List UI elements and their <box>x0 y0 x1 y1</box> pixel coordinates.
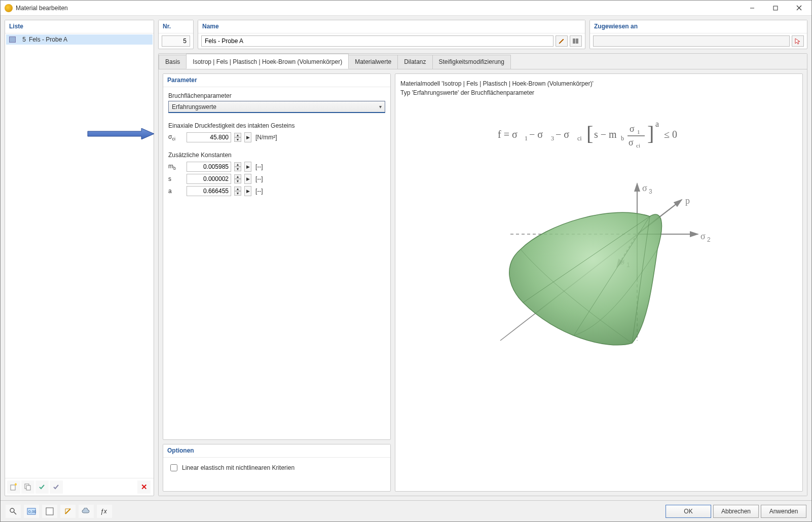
footer-measure-button[interactable] <box>60 505 76 518</box>
footer-color-button[interactable] <box>42 505 57 518</box>
yield-surface-diagram-icon: σ3 σ2 p <box>480 173 718 371</box>
tab-materialwerte[interactable]: Materialwerte <box>348 55 398 69</box>
mb-spinner[interactable]: ▲▼ <box>234 162 241 171</box>
a-row: a ▲▼ ▶ [--] <box>168 186 385 196</box>
color-swatch-icon <box>46 507 54 515</box>
optionen-header: Optionen <box>163 444 390 458</box>
svg-rect-4 <box>11 485 15 490</box>
preview-panel: Materialmodell 'Isotrop | Fels | Plastis… <box>395 73 803 492</box>
nr-input[interactable] <box>162 35 190 47</box>
s-input[interactable] <box>187 174 231 184</box>
zugewiesen-input[interactable] <box>593 35 790 47</box>
list-item[interactable]: 5 Fels - Probe A <box>6 34 153 45</box>
check-item-button[interactable] <box>35 480 49 494</box>
a-goto-button[interactable]: ▶ <box>244 186 251 196</box>
parameter-header: Parameter <box>163 74 390 87</box>
cancel-button[interactable]: Abbrechen <box>713 505 759 518</box>
svg-text:[: [ <box>586 122 593 145</box>
a-input[interactable] <box>187 186 231 196</box>
tab-steifigkeit[interactable]: Steifigkeitsmodifizierung <box>432 55 511 69</box>
svg-rect-45 <box>46 508 53 515</box>
s-goto-button[interactable]: ▶ <box>244 174 251 184</box>
ok-button[interactable]: OK <box>666 505 711 518</box>
fx-icon: ƒx <box>100 508 109 515</box>
name-input[interactable] <box>201 35 553 47</box>
a-unit: [--] <box>255 188 263 195</box>
pick-cursor-icon <box>794 38 801 45</box>
delete-item-button[interactable]: ✕ <box>137 480 151 494</box>
svg-text:1: 1 <box>637 129 640 135</box>
edf-label: Einaxiale Druckfestigkeit des intakten G… <box>168 122 385 129</box>
measure-icon <box>64 507 72 515</box>
linear-elastic-checkbox-row[interactable]: Linear elastisch mit nichtlinearen Krite… <box>168 463 385 473</box>
right-column: Nr. Name <box>158 20 807 496</box>
yield-formula-icon: f = σ 1 − σ 3 − σ ci [ s − m <box>498 118 700 153</box>
material-edit-window: Material bearbeiten <box>0 0 812 522</box>
sigma-ci-goto-button[interactable]: ▶ <box>244 132 251 142</box>
svg-point-41 <box>10 508 14 512</box>
formula-area: f = σ 1 − σ 3 − σ ci [ s − m <box>400 118 797 153</box>
svg-text:− σ: − σ <box>556 129 569 140</box>
app-icon <box>5 4 13 12</box>
sigma-ci-spinner[interactable]: ▲▼ <box>234 133 241 142</box>
top-row: Nr. Name <box>158 20 807 49</box>
svg-text:0,00: 0,00 <box>28 509 36 514</box>
check2-item-button[interactable] <box>50 480 63 494</box>
mb-row: mb ▲▼ ▶ [--] <box>168 162 385 172</box>
footer-help-button[interactable] <box>6 505 21 518</box>
model-description-line1: Materialmodell 'Isotrop | Fels | Plastis… <box>400 79 797 88</box>
tabs-panel: Basis Isotrop | Fels | Plastisch | Hoek-… <box>158 53 807 496</box>
zugewiesen-pick-button[interactable] <box>792 35 804 47</box>
s-symbol: s <box>168 175 183 182</box>
optionen-panel: Optionen Linear elastisch mit nichtlinea… <box>163 444 391 492</box>
s-spinner[interactable]: ▲▼ <box>234 174 241 183</box>
copy-item-button[interactable] <box>21 480 34 494</box>
pencil-icon <box>558 38 565 45</box>
footer-fx-button[interactable]: ƒx <box>97 505 112 518</box>
maximize-button[interactable] <box>764 1 787 15</box>
mb-goto-button[interactable]: ▶ <box>244 162 251 172</box>
new-item-button[interactable] <box>7 480 20 494</box>
parameter-panel: Parameter Bruchflächenparameter Erfahrun… <box>163 73 391 440</box>
name-edit-button[interactable] <box>556 35 568 47</box>
a-symbol: a <box>168 188 183 195</box>
close-button[interactable] <box>787 1 810 15</box>
minimize-button[interactable] <box>741 1 764 15</box>
svg-text:≤  0: ≤ 0 <box>664 129 677 140</box>
check2-icon <box>52 483 60 491</box>
svg-text:p: p <box>685 196 690 206</box>
svg-rect-9 <box>576 39 578 44</box>
bfp-label: Bruchflächenparameter <box>168 92 385 99</box>
tab-strip: Basis Isotrop | Fels | Plastisch | Hoek-… <box>159 54 807 69</box>
tab-dilatanz[interactable]: Dilatanz <box>397 55 432 69</box>
cloud-icon <box>82 508 91 515</box>
bfp-dropdown[interactable]: Erfahrungswerte ▾ <box>168 101 385 113</box>
svg-line-42 <box>14 512 16 514</box>
zk-label: Zusätzliche Konstanten <box>168 152 385 159</box>
name-panel: Name <box>198 20 585 49</box>
material-color-swatch <box>9 36 16 43</box>
svg-text:3: 3 <box>551 135 554 142</box>
liste-header: Liste <box>5 20 154 33</box>
apply-button[interactable]: Anwenden <box>761 505 806 518</box>
copy-icon <box>24 483 32 491</box>
nr-header: Nr. <box>159 20 193 33</box>
svg-point-5 <box>15 483 17 486</box>
svg-text:]: ] <box>647 122 654 145</box>
nr-panel: Nr. <box>158 20 194 49</box>
footer-cloud-button[interactable] <box>79 505 94 518</box>
linear-elastic-checkbox[interactable] <box>170 464 177 471</box>
diagram-area: σ3 σ2 p <box>400 173 797 371</box>
footer-units-button[interactable]: 0,00 <box>24 505 39 518</box>
liste-panel: Liste 5 Fels - Probe A <box>5 20 154 496</box>
zugewiesen-panel: Zugewiesen an <box>589 20 807 49</box>
tab-basis[interactable]: Basis <box>159 55 187 69</box>
svg-rect-7 <box>26 486 30 490</box>
svg-text:b: b <box>621 135 624 142</box>
a-spinner[interactable]: ▲▼ <box>234 187 241 196</box>
mb-input[interactable] <box>187 162 231 172</box>
tab-isotrop[interactable]: Isotrop | Fels | Plastisch | Hoek-Brown … <box>186 54 349 69</box>
svg-text:ci: ci <box>577 135 582 142</box>
name-library-button[interactable] <box>570 35 582 47</box>
sigma-ci-input[interactable] <box>187 132 231 142</box>
